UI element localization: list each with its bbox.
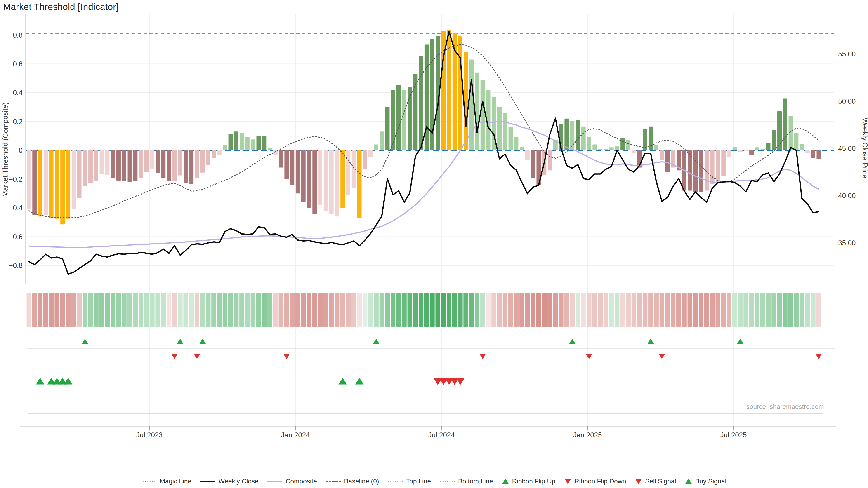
threshold-bar	[391, 90, 395, 150]
ribbon-cell	[116, 293, 121, 327]
threshold-bar	[794, 133, 798, 151]
threshold-bar	[693, 150, 698, 192]
ribbon-cell	[570, 293, 575, 327]
ribbon-cell	[413, 293, 418, 327]
threshold-bar	[363, 150, 367, 169]
ribbon-flip-down-marker	[658, 354, 665, 359]
ribbon-cell	[88, 293, 93, 327]
ribbon-cell	[733, 293, 737, 327]
ribbon-cell	[323, 293, 328, 327]
legend-label: Buy Signal	[695, 478, 726, 485]
threshold-bar	[296, 150, 300, 193]
legend-item-magic-line: Magic Line	[142, 478, 191, 485]
ribbon-cell	[105, 293, 110, 327]
chart-page: Market Threshold [Indicator] 0.80.60.40.…	[0, 0, 868, 488]
ribbon-flip-down-marker	[815, 354, 822, 359]
ribbon-cell	[486, 293, 491, 327]
threshold-bar	[27, 150, 31, 209]
left-axis-tick-label: 0	[19, 147, 23, 154]
ribbon-cell	[166, 293, 171, 327]
ribbon-cell	[626, 293, 631, 327]
ribbon-cell	[217, 293, 222, 327]
right-axis-tick-label: 45.00	[838, 144, 856, 153]
ribbon-cell	[788, 293, 793, 327]
x-axis-tick-label: Jul 2025	[720, 431, 747, 439]
ribbon-cell	[631, 293, 636, 327]
ribbon-cell	[183, 293, 188, 327]
ribbon-cell	[368, 293, 373, 327]
ribbon-cell	[301, 293, 306, 327]
ribbon-cell	[738, 293, 743, 327]
left-axis-tick-label: −0.6	[9, 233, 23, 241]
ribbon-cell	[346, 293, 350, 327]
ribbon-cell	[688, 293, 692, 327]
ribbon-cell	[508, 293, 513, 327]
threshold-bar	[128, 150, 132, 182]
ribbon-cell	[620, 293, 625, 327]
threshold-bar	[738, 150, 743, 152]
ribbon-cell	[447, 293, 452, 327]
threshold-bar	[598, 149, 602, 150]
right-axis-tick-label: 55.00	[838, 50, 856, 58]
buy-signal-marker	[36, 378, 44, 385]
threshold-bar	[301, 150, 306, 202]
legend-label: Sell Signal	[645, 478, 676, 485]
threshold-bar	[94, 150, 98, 181]
ribbon-cell	[643, 293, 647, 327]
threshold-bar	[497, 107, 502, 150]
ribbon-cell	[514, 293, 519, 327]
threshold-bar	[413, 74, 417, 150]
threshold-bar	[705, 150, 709, 191]
ribbon-flip-down-marker	[283, 354, 290, 359]
ribbon-cell	[144, 293, 149, 327]
legend-item-baseline-0-: Baseline (0)	[326, 478, 379, 485]
threshold-bar	[626, 140, 630, 150]
ribbon-cell	[699, 293, 704, 327]
triangle-up-icon	[685, 479, 692, 484]
legend-label: Weekly Close	[219, 478, 258, 485]
ribbon-cell	[452, 293, 457, 327]
buy-signal-marker	[64, 378, 72, 385]
ribbon-cell	[312, 293, 317, 327]
ribbon-cell	[581, 293, 586, 327]
right-axis-label: Weekly Close Price	[861, 118, 868, 178]
ribbon-cell	[211, 293, 216, 327]
threshold-bar	[581, 127, 586, 150]
ribbon-cell	[531, 293, 535, 327]
threshold-bar	[604, 149, 608, 150]
ribbon-cell	[279, 293, 283, 327]
threshold-bar	[228, 134, 233, 150]
ribbon-cell	[284, 293, 289, 327]
ribbon-cell	[127, 293, 132, 327]
threshold-bar	[710, 150, 715, 184]
sell-signal-marker	[456, 378, 465, 385]
ribbon-cell	[609, 293, 614, 327]
threshold-bar	[503, 113, 507, 150]
ribbon-cell	[794, 293, 799, 327]
ribbon-cell	[693, 293, 698, 327]
ribbon-cell	[402, 293, 407, 327]
ribbon-cell	[55, 293, 59, 327]
threshold-bar	[721, 150, 725, 176]
right-axis-tick-label: 40.00	[838, 192, 856, 200]
threshold-bar	[206, 150, 210, 165]
threshold-bar	[475, 72, 479, 150]
legend-item-composite: Composite	[268, 478, 317, 485]
threshold-bar	[514, 137, 518, 150]
triangle-down-icon	[635, 479, 642, 484]
ribbon-cell	[418, 293, 423, 327]
threshold-bar	[777, 111, 782, 150]
ribbon-cell	[290, 293, 294, 327]
ribbon-cell	[682, 293, 687, 327]
ribbon-cell	[637, 293, 642, 327]
ribbon-cell	[273, 293, 278, 327]
threshold-bar	[38, 150, 42, 217]
threshold-bar	[570, 121, 575, 150]
threshold-bar	[576, 120, 580, 150]
ribbon-cell	[755, 293, 760, 327]
threshold-bar	[133, 150, 137, 181]
page-title: Market Threshold [Indicator]	[3, 2, 119, 12]
ribbon-cell	[379, 293, 384, 327]
ribbon-flip-up-marker	[569, 339, 576, 344]
ribbon-cell	[475, 293, 479, 327]
